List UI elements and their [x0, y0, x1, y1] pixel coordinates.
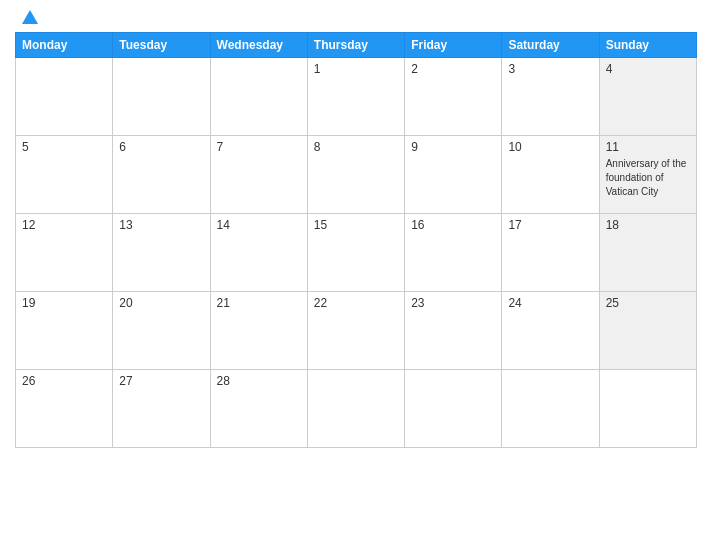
logo — [20, 10, 40, 24]
calendar-cell: 19 — [16, 292, 113, 370]
calendar-cell: 16 — [405, 214, 502, 292]
day-number: 11 — [606, 140, 690, 154]
day-number: 19 — [22, 296, 106, 310]
day-number: 27 — [119, 374, 203, 388]
calendar-cell: 6 — [113, 136, 210, 214]
day-number: 8 — [314, 140, 398, 154]
calendar-cell: 2 — [405, 58, 502, 136]
day-number: 10 — [508, 140, 592, 154]
calendar-cell: 1 — [307, 58, 404, 136]
calendar-cell: 24 — [502, 292, 599, 370]
day-number: 5 — [22, 140, 106, 154]
day-number: 20 — [119, 296, 203, 310]
calendar-cell: 18 — [599, 214, 696, 292]
day-number: 17 — [508, 218, 592, 232]
calendar-cell: 22 — [307, 292, 404, 370]
weekday-header-wednesday: Wednesday — [210, 33, 307, 58]
day-number: 24 — [508, 296, 592, 310]
week-row-4: 19202122232425 — [16, 292, 697, 370]
day-number: 7 — [217, 140, 301, 154]
calendar-cell — [16, 58, 113, 136]
calendar-cell — [502, 370, 599, 448]
day-number: 16 — [411, 218, 495, 232]
calendar-cell: 23 — [405, 292, 502, 370]
calendar-container: MondayTuesdayWednesdayThursdayFridaySatu… — [0, 0, 712, 550]
day-number: 6 — [119, 140, 203, 154]
calendar-cell: 20 — [113, 292, 210, 370]
week-row-1: 1234 — [16, 58, 697, 136]
logo-triangle-icon — [22, 10, 38, 24]
calendar-cell — [405, 370, 502, 448]
weekday-header-sunday: Sunday — [599, 33, 696, 58]
weekday-header-tuesday: Tuesday — [113, 33, 210, 58]
calendar-cell — [113, 58, 210, 136]
calendar-thead: MondayTuesdayWednesdayThursdayFridaySatu… — [16, 33, 697, 58]
calendar-cell: 13 — [113, 214, 210, 292]
day-number: 4 — [606, 62, 690, 76]
weekday-header-saturday: Saturday — [502, 33, 599, 58]
day-number: 1 — [314, 62, 398, 76]
day-number: 13 — [119, 218, 203, 232]
weekday-header-friday: Friday — [405, 33, 502, 58]
day-number: 15 — [314, 218, 398, 232]
calendar-cell: 21 — [210, 292, 307, 370]
calendar-cell: 25 — [599, 292, 696, 370]
calendar-cell: 3 — [502, 58, 599, 136]
week-row-3: 12131415161718 — [16, 214, 697, 292]
week-row-5: 262728 — [16, 370, 697, 448]
calendar-cell: 7 — [210, 136, 307, 214]
calendar-cell: 11Anniversary of the foundation of Vatic… — [599, 136, 696, 214]
day-number: 28 — [217, 374, 301, 388]
day-number: 23 — [411, 296, 495, 310]
day-number: 22 — [314, 296, 398, 310]
calendar-cell: 14 — [210, 214, 307, 292]
weekday-header-thursday: Thursday — [307, 33, 404, 58]
weekday-header-row: MondayTuesdayWednesdayThursdayFridaySatu… — [16, 33, 697, 58]
calendar-cell: 15 — [307, 214, 404, 292]
calendar-cell: 8 — [307, 136, 404, 214]
calendar-cell: 9 — [405, 136, 502, 214]
day-number: 18 — [606, 218, 690, 232]
calendar-cell: 27 — [113, 370, 210, 448]
calendar-cell: 17 — [502, 214, 599, 292]
calendar-body: 1234567891011Anniversary of the foundati… — [16, 58, 697, 448]
day-number: 25 — [606, 296, 690, 310]
calendar-cell: 12 — [16, 214, 113, 292]
day-number: 21 — [217, 296, 301, 310]
calendar-cell: 26 — [16, 370, 113, 448]
day-number: 9 — [411, 140, 495, 154]
calendar-table: MondayTuesdayWednesdayThursdayFridaySatu… — [15, 32, 697, 448]
calendar-header — [15, 10, 697, 24]
calendar-cell: 4 — [599, 58, 696, 136]
event-text: Anniversary of the foundation of Vatican… — [606, 158, 687, 197]
day-number: 12 — [22, 218, 106, 232]
week-row-2: 567891011Anniversary of the foundation o… — [16, 136, 697, 214]
calendar-cell — [599, 370, 696, 448]
day-number: 2 — [411, 62, 495, 76]
day-number: 26 — [22, 374, 106, 388]
day-number: 3 — [508, 62, 592, 76]
calendar-cell: 5 — [16, 136, 113, 214]
calendar-cell: 28 — [210, 370, 307, 448]
calendar-cell — [210, 58, 307, 136]
weekday-header-monday: Monday — [16, 33, 113, 58]
calendar-cell: 10 — [502, 136, 599, 214]
day-number: 14 — [217, 218, 301, 232]
calendar-cell — [307, 370, 404, 448]
